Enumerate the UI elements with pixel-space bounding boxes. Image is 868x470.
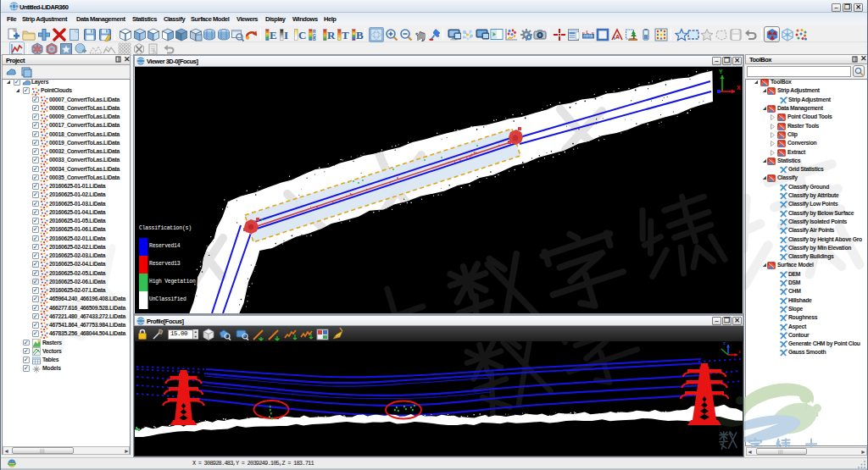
svg-text:UnClassified: UnClassified: [149, 296, 186, 302]
svg-text:Y: Y: [719, 69, 723, 75]
svg-text:C: C: [298, 29, 306, 41]
svg-text:Reserved14: Reserved14: [149, 243, 181, 249]
svg-text:z: z: [723, 341, 726, 346]
svg-text:R: R: [327, 29, 336, 41]
svg-text:I: I: [284, 29, 288, 41]
svg-text:B: B: [356, 29, 364, 41]
svg-text:x: x: [738, 349, 741, 354]
svg-text:High Vegetation: High Vegetation: [149, 279, 196, 285]
svg-text:B: B: [313, 36, 316, 41]
svg-text:Classification(s): Classification(s): [139, 225, 192, 231]
svg-text:E: E: [270, 29, 277, 41]
svg-text:T: T: [342, 29, 349, 41]
svg-text:A: A: [615, 34, 620, 40]
svg-text:Reserved13: Reserved13: [149, 261, 181, 267]
svg-text:L: L: [587, 30, 590, 35]
svg-text:X: X: [737, 85, 741, 91]
